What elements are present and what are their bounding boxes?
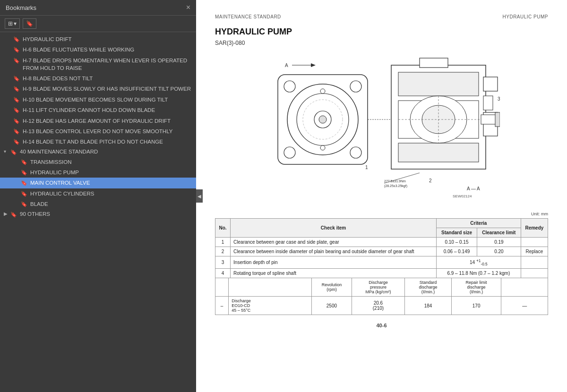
svg-text:(28.25±3.25kgf): (28.25±3.25kgf): [384, 184, 407, 188]
sidebar-item-blade[interactable]: 🔖 BLADE: [0, 199, 196, 209]
bookmark-label-hydraulic-pump: HYDRAULIC PUMP: [30, 169, 192, 176]
unit-label: Unit: mm: [215, 212, 548, 216]
row2-standard: 0.06 – 0.149: [436, 247, 477, 256]
sidebar-item-h7[interactable]: 🔖 H-7 BLADE DROPS MOMENTARILY WHEN LEVER…: [0, 55, 196, 73]
sidebar-item-hydraulic-pump[interactable]: 🔖 HYDRAULIC PUMP: [0, 167, 196, 178]
col-remedy: Remedy: [521, 219, 548, 238]
svg-text:3: 3: [498, 96, 500, 102]
diagram-container: A 1: [215, 56, 548, 202]
chevron-right-icon: ▶: [4, 211, 9, 216]
discharge-sub-standard: Standarddischarge(ℓ/min.): [405, 278, 452, 297]
row2-remedy: Replace: [521, 247, 548, 256]
row1-check-item: Clearance between gear case and side pla…: [231, 238, 437, 247]
close-button[interactable]: ×: [186, 4, 190, 11]
col-check-item: Check item: [231, 219, 437, 238]
sidebar-item-transmission[interactable]: 🔖 TRANSMISSION: [0, 157, 196, 167]
row4-standard: 6.9 – 11.8 Nm (0.7 – 1.2 kgm): [436, 269, 521, 278]
bookmark-label-drift: HYDRAULIC DRIFT: [23, 35, 192, 43]
svg-rect-17: [398, 72, 479, 96]
bookmark-icon-transmission: 🔖: [21, 159, 27, 166]
expand-arrow-down: ▾: [14, 20, 17, 27]
sidebar-section-40[interactable]: ▾ 🔖 40 MAINTENANCE STANDARD: [0, 147, 196, 157]
svg-rect-20: [420, 58, 448, 68]
main-content: MAINTENANCE STANDARD HYDRAULIC PUMP HYDR…: [196, 0, 567, 392]
bookmark-label-h7: H-7 BLADE DROPS MOMENTARILY WHEN LEVER I…: [23, 57, 192, 72]
bookmark-icon-h12: 🔖: [13, 118, 20, 125]
bookmark-label-h13: H-13 BLADE CONTROL LEVER DO NOT MOVE SMO…: [23, 128, 192, 135]
sidebar-item-h10[interactable]: 🔖 H-10 BLADE MOVEMENT BECOMES SLOW DURIN…: [0, 94, 196, 105]
row3-no: 3: [215, 256, 231, 269]
empty-item: [229, 278, 312, 297]
discharge-table: Revolution(rpm) DischargepressureMPa (kg…: [215, 278, 548, 315]
svg-text:2: 2: [429, 178, 432, 183]
bookmark-icon-h8: 🔖: [13, 75, 20, 82]
col-no: No.: [215, 219, 231, 238]
row3-standard: 14 +1-0.5: [436, 256, 521, 269]
sidebar-item-h14[interactable]: 🔖 H-14 BLADE TILT AND BLADE PITCH DO NOT…: [0, 136, 196, 147]
row1-standard: 0.10 – 0.15: [436, 238, 477, 247]
sidebar-item-h6[interactable]: 🔖 H-6 BLADE FLUCTUATES WHILE WORKING: [0, 44, 196, 55]
sidebar-item-h8[interactable]: 🔖 H-8 BLADE DOES NOT TILT: [0, 73, 196, 84]
section-90-label: 90 OTHERS: [20, 211, 50, 217]
bookmark-label-blade: BLADE: [30, 200, 192, 208]
sidebar-item-h9[interactable]: 🔖 H-9 BLADE MOVES SLOWLY OR HAS INSUFFIC…: [0, 84, 196, 94]
sidebar-list: 🔖 HYDRAULIC DRIFT 🔖 H-6 BLADE FLUCTUATES…: [0, 32, 196, 392]
svg-rect-19: [398, 143, 479, 162]
sidebar-section-90[interactable]: ▶ 🔖 90 OTHERS: [0, 210, 196, 219]
svg-rect-21: [483, 77, 498, 91]
bookmark-label-hydraulic-cylinders: HYDRAULIC CYLINDERS: [30, 190, 192, 197]
sidebar-item-h12[interactable]: 🔖 H-12 BLADE HAS LARGE AMOUNT OF HYDRAUL…: [0, 116, 196, 126]
col-clearance-limit: Clearance limit: [477, 228, 521, 238]
discharge-condition: DischargeEO10-CD45 – 55°C: [229, 297, 312, 315]
discharge-dash: –: [215, 297, 229, 315]
bookmark-icon-h13: 🔖: [13, 128, 20, 135]
bookmark-button[interactable]: 🔖: [23, 18, 36, 29]
sidebar-item-h13[interactable]: 🔖 H-13 BLADE CONTROL LEVER DO NOT MOVE S…: [0, 126, 196, 136]
sidebar-item-h11[interactable]: 🔖 H-11 LIFT CYLINDER CANNOT HOLD DOWN BL…: [0, 105, 196, 115]
sidebar-item-hydraulic-cylinders[interactable]: 🔖 HYDRAULIC CYLINDERS: [0, 188, 196, 199]
discharge-rpm: 2500: [312, 297, 352, 315]
doc-title: HYDRAULIC PUMP: [215, 27, 548, 37]
row2-no: 2: [215, 247, 231, 256]
svg-text:A: A: [285, 63, 288, 68]
expand-all-button[interactable]: ⊞ ▾: [5, 18, 20, 29]
svg-point-8: [319, 116, 326, 123]
sidebar-item-main-control-valve[interactable]: 🔖 MAIN CONTROL VALVE: [0, 178, 196, 188]
svg-point-3: [284, 147, 295, 158]
row4-remedy: [521, 269, 548, 278]
row1-remedy: [521, 238, 548, 247]
collapse-sidebar-button[interactable]: ◀: [196, 189, 203, 203]
expand-icon: ⊞: [8, 20, 13, 27]
table-row: 4 Rotating torque of spline shaft 6.9 – …: [215, 269, 548, 278]
row2-check-item: Clearance between inside diameter of pla…: [231, 247, 437, 256]
discharge-remedy: —: [501, 297, 548, 315]
bookmark-icon-hydraulic-pump: 🔖: [21, 169, 27, 176]
page-header: MAINTENANCE STANDARD HYDRAULIC PUMP: [215, 14, 548, 19]
row1-limit: 0.19: [477, 238, 521, 247]
row2-limit: 0.20: [477, 247, 521, 256]
sidebar-item-hydraulic-drift[interactable]: 🔖 HYDRAULIC DRIFT: [0, 34, 196, 44]
bookmark-icon-main-control-valve: 🔖: [21, 179, 27, 187]
bookmark-label-h10: H-10 BLADE MOVEMENT BECOMES SLOW DURING …: [23, 96, 192, 103]
bookmark-icon-h7: 🔖: [13, 57, 20, 64]
svg-rect-23: [483, 96, 493, 110]
doc-subtitle: SAR(3)-080: [215, 40, 548, 46]
col-criteria: Criteria: [436, 219, 521, 228]
page-footer: 40-6: [215, 323, 548, 328]
svg-point-1: [284, 81, 295, 92]
svg-point-11: [320, 145, 325, 150]
empty-remedy: [501, 278, 548, 297]
bookmark-label-h11: H-11 LIFT CYLINDER CANNOT HOLD DOWN BLAD…: [23, 106, 192, 114]
maintenance-table: No. Check item Criteria Remedy Standard …: [215, 218, 548, 278]
bookmark-icon-h11: 🔖: [13, 107, 20, 114]
header-left: MAINTENANCE STANDARD: [215, 14, 281, 19]
bookmark-label-h9: H-9 BLADE MOVES SLOWLY OR HAS INSUFFICIE…: [23, 85, 192, 93]
sidebar: Bookmarks × ⊞ ▾ 🔖 🔖 HYDRAULIC DRIFT 🔖 H-…: [0, 0, 196, 392]
header-right: HYDRAULIC PUMP: [503, 14, 548, 19]
svg-text:A — A: A — A: [467, 186, 480, 191]
row4-check-item: Rotating torque of spline shaft: [231, 269, 437, 278]
bookmark-icon-h9: 🔖: [13, 85, 20, 93]
bookmark-icon-h10: 🔖: [13, 96, 20, 103]
bookmark-label-h12: H-12 BLADE HAS LARGE AMOUNT OF HYDRAULIC…: [23, 117, 192, 125]
bookmark-label-h14: H-14 BLADE TILT AND BLADE PITCH DO NOT C…: [23, 138, 192, 145]
